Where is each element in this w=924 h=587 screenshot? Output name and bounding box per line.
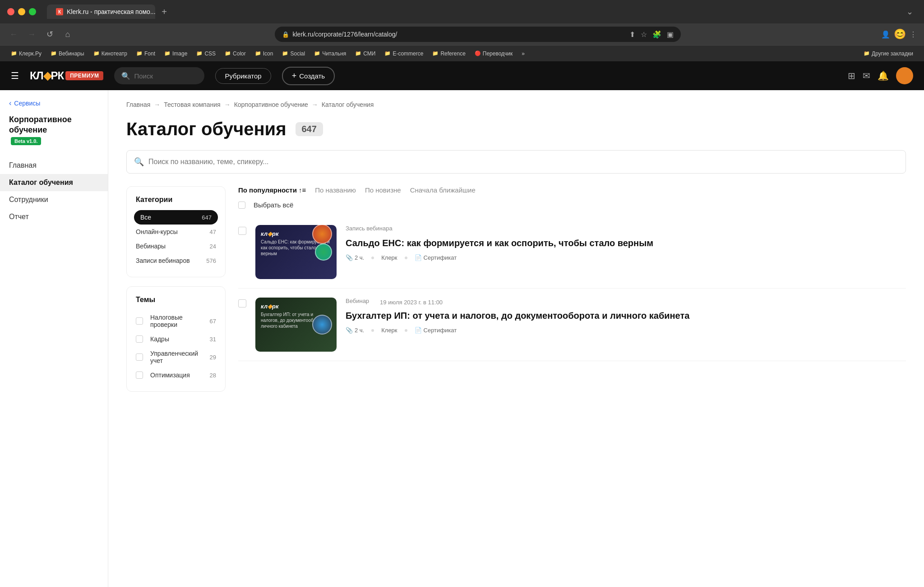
bookmark-font[interactable]: 📁 Font	[133, 49, 159, 58]
reload-button[interactable]: ↺	[43, 29, 56, 39]
logo-text: КЛ◆РК	[30, 69, 64, 82]
minimize-window-button[interactable]	[18, 8, 25, 15]
course-1-provider: Клерк	[381, 254, 397, 261]
sort-by-novelty[interactable]: По новизне	[365, 186, 401, 194]
course-2-checkbox[interactable]	[238, 299, 246, 307]
course-1-info: Запись вебинара Сальдо ЕНС: как формируе…	[346, 225, 906, 261]
course-1-checkbox[interactable]	[238, 227, 246, 235]
topic-tax-checkbox[interactable]	[136, 317, 143, 325]
bookmark-reference[interactable]: 📁 Reference	[429, 49, 469, 58]
topic-opt-checkbox[interactable]	[136, 371, 143, 379]
meta-dot-1	[371, 257, 374, 259]
filter-recorded-webinars[interactable]: Записи вебинаров 576	[136, 253, 216, 268]
chevron-left-icon: ‹	[9, 99, 11, 107]
filter-topic-tax[interactable]: Налоговые проверки 67	[136, 310, 216, 332]
bookmark-image[interactable]: 📁 Image	[161, 49, 191, 58]
breadcrumb-separator: →	[154, 101, 160, 108]
bookmark-klerk[interactable]: 📁 Клерк.Ру	[7, 49, 45, 58]
home-button[interactable]: ⌂	[61, 30, 74, 39]
catalog-search-box[interactable]: 🔍	[126, 150, 906, 174]
user-avatar[interactable]	[896, 67, 913, 84]
select-all-checkbox[interactable]	[238, 202, 245, 209]
courses-column: По популярности ↑≡ По названию По новизн…	[238, 186, 906, 401]
course-2-meta: 📎 2 ч. Клерк 📄 Сертифика	[346, 327, 906, 334]
global-search-box[interactable]: 🔍	[114, 67, 204, 84]
filter-topic-optimization[interactable]: Оптимизация 28	[136, 368, 216, 382]
bookmark-webinars[interactable]: 📁 Вебинары	[47, 49, 88, 58]
course-1-avatar-2	[315, 243, 332, 261]
catalog-search-input[interactable]	[148, 158, 898, 166]
reader-mode-icon[interactable]: ▣	[667, 30, 674, 39]
sidebar-back-link[interactable]: ‹ Сервисы	[0, 99, 108, 115]
fullscreen-window-button[interactable]	[29, 8, 36, 15]
bookmark-css[interactable]: 📁 CSS	[193, 49, 219, 58]
topics-title: Темы	[136, 296, 216, 304]
filter-topic-hr[interactable]: Кадры 31	[136, 332, 216, 346]
sort-by-popularity[interactable]: По популярности ↑≡	[238, 186, 306, 194]
course-1-type: Запись вебинара	[346, 225, 393, 232]
mail-icon[interactable]: ✉	[863, 70, 870, 81]
course-2-type: Вебинар	[346, 298, 369, 304]
topic-hr-checkbox[interactable]	[136, 335, 143, 343]
breadcrumb-company[interactable]: Тестовая компания	[164, 101, 220, 108]
breadcrumb-separator-3: →	[312, 101, 318, 108]
breadcrumb: Главная → Тестовая компания → Корпоратив…	[126, 101, 906, 108]
sidebar-item-home[interactable]: Главная	[0, 157, 108, 174]
sort-by-name[interactable]: По названию	[315, 186, 356, 194]
forward-button[interactable]: →	[25, 30, 38, 39]
bookmark-ecommerce[interactable]: 📁 E-commerce	[381, 49, 427, 58]
bookmark-icon[interactable]: 📁 Icon	[251, 49, 277, 58]
rubrikator-button[interactable]: Рубрикатор	[215, 68, 271, 84]
extension-icon[interactable]: 🧩	[652, 30, 661, 39]
bookmark-social[interactable]: 📁 Social	[278, 49, 309, 58]
bell-icon[interactable]: 🔔	[878, 70, 889, 81]
course-2-avatar	[312, 315, 332, 335]
share-icon[interactable]: ⬆	[629, 30, 635, 39]
filter-topic-management[interactable]: Управленческий учет 29	[136, 346, 216, 368]
bookmark-cinema[interactable]: 📁 Кинотеатр	[90, 49, 131, 58]
lock-icon: 🔒	[282, 31, 289, 38]
bookmark-translator[interactable]: 🔴 Переводчик	[471, 49, 517, 58]
other-bookmarks[interactable]: 📁 Другие закладки	[860, 49, 917, 58]
address-actions: ⬆ ☆ 🧩 ▣	[629, 30, 674, 39]
sort-icon: ↑≡	[299, 186, 306, 194]
filter-all[interactable]: Все 647	[134, 210, 218, 225]
top-navigation: ☰ КЛ◆РК ПРЕМИУМ 🔍 Рубрикатор + Создать ⊞…	[0, 61, 924, 90]
course-1-certificate: 📄 Сертификат	[415, 254, 457, 261]
breadcrumb-home[interactable]: Главная	[126, 101, 150, 108]
bookmark-reading[interactable]: 📁 Читальня	[310, 49, 350, 58]
bookmark-color[interactable]: 📁 Color	[221, 49, 249, 58]
new-tab-button[interactable]: +	[157, 5, 171, 19]
create-button[interactable]: + Создать	[282, 67, 335, 85]
tab-bar: К Klerk.ru - практическая помо... ✕ +	[47, 5, 903, 19]
breadcrumb-corp-training[interactable]: Корпоративное обучение	[234, 101, 308, 108]
bookmark-smi[interactable]: 📁 СМИ	[351, 49, 379, 58]
back-button[interactable]: ←	[7, 30, 20, 39]
profile-manager-icon[interactable]: 👤	[881, 30, 890, 39]
close-window-button[interactable]	[7, 8, 14, 15]
tab-favicon: К	[56, 8, 63, 15]
global-search-input[interactable]	[134, 72, 197, 80]
topic-mgmt-checkbox[interactable]	[136, 353, 143, 361]
filter-webinars[interactable]: Вебинары 24	[136, 239, 216, 253]
address-bar[interactable]: 🔒 klerk.ru/corporate/1276/learn/catalog/…	[275, 27, 681, 42]
menu-icon[interactable]: ⋮	[910, 30, 917, 39]
bookmark-icon[interactable]: ☆	[641, 30, 647, 39]
select-all-row: Выбрать всё	[238, 201, 906, 209]
active-tab[interactable]: К Klerk.ru - практическая помо... ✕	[47, 5, 155, 19]
course-2-thumbnail: кл◆рк Бухгалтер ИП: от учета и налогов, …	[255, 298, 337, 352]
meta-dot-3	[371, 329, 374, 332]
apps-grid-icon[interactable]: ⊞	[848, 70, 855, 81]
sort-by-nearest[interactable]: Сначала ближайшие	[410, 186, 476, 194]
sidebar-item-report[interactable]: Отчет	[0, 208, 108, 225]
hamburger-menu-button[interactable]: ☰	[11, 70, 19, 81]
filter-online-courses[interactable]: Онлайн-курсы 47	[136, 225, 216, 239]
course-2-title[interactable]: Бухгалтер ИП: от учета и налогов, до док…	[346, 310, 906, 321]
window-controls	[7, 8, 36, 15]
sidebar-item-employees[interactable]: Сотрудники	[0, 191, 108, 208]
avatar-icon[interactable]: 😊	[894, 28, 906, 40]
bookmark-more[interactable]: »	[518, 49, 528, 58]
sidebar-item-catalog[interactable]: Каталог обучения	[0, 174, 108, 191]
course-1-title[interactable]: Сальдо ЕНС: как формируется и как оспори…	[346, 237, 906, 249]
course-card-2: кл◆рк Бухгалтер ИП: от учета и налогов, …	[238, 289, 906, 361]
